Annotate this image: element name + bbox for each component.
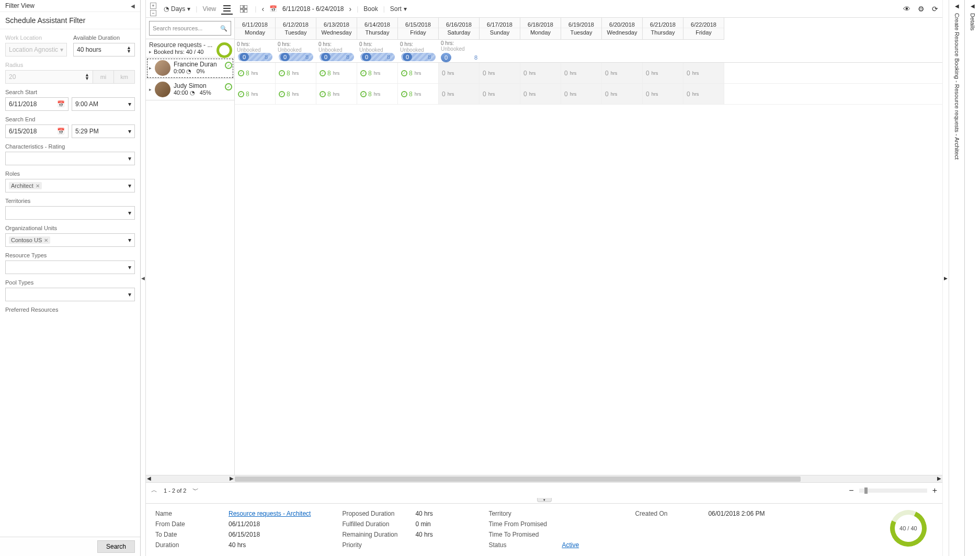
day-header[interactable]: 6/19/2018Tuesday (561, 18, 601, 40)
roles-select[interactable]: Architect✕ ▾ (5, 179, 135, 192)
hours-cell[interactable]: ✓8hrs (398, 63, 439, 83)
resource-types-select[interactable]: ▾ (5, 260, 135, 274)
prev-range-button[interactable]: ‹ (261, 5, 264, 13)
day-header[interactable]: 6/16/2018Saturday (439, 18, 479, 40)
hours-cell[interactable]: 0hrs (602, 63, 643, 83)
day-header[interactable]: 6/14/2018Thursday (357, 18, 397, 40)
hours-cell[interactable]: 0hrs (480, 84, 520, 104)
collapse-all-button[interactable]: − (150, 10, 156, 16)
next-range-button[interactable]: › (349, 5, 352, 13)
search-resources-input[interactable]: Search resources... 🔍 (149, 21, 231, 36)
expand-right-handle[interactable]: ▶ (942, 0, 949, 556)
unbooked-cell[interactable]: 0 hrs: Unbooked08 (357, 41, 398, 61)
page-down-icon[interactable]: ﹀ (192, 486, 199, 495)
calendar-icon[interactable]: 📅 (57, 128, 65, 135)
hours-cell[interactable]: ✓8hrs (357, 84, 398, 104)
resource-request-summary[interactable]: Resource requests - ... ▸ Booked hrs: 40… (146, 39, 234, 58)
day-header[interactable]: 6/18/2018Monday (520, 18, 561, 40)
available-duration-select[interactable]: 40 hours ▲▼ (73, 43, 135, 56)
hours-cell[interactable]: 0hrs (561, 84, 602, 104)
timescale-days-dropdown[interactable]: ◔ Days ▾ (164, 5, 190, 13)
grid-hscroll[interactable]: ◀▶ (235, 475, 942, 482)
resource-row[interactable]: ▸ Francine Duran 0:00 ◔ 0% ✓ (146, 58, 234, 79)
hours-cell[interactable]: ✓8hrs (235, 63, 276, 83)
create-booking-panel-collapsed[interactable]: ◀ Create Resource Booking - Resource req… (949, 0, 964, 556)
chevron-down-icon[interactable]: ▾ (128, 128, 131, 135)
search-end-time[interactable]: 5:29 PM ▾ (72, 124, 135, 138)
hours-cell[interactable]: ✓8hrs (276, 63, 316, 83)
chevron-down-icon[interactable]: ▾ (128, 100, 131, 108)
hours-cell[interactable]: ✓8hrs (235, 84, 276, 104)
hours-cell[interactable]: 0hrs (683, 84, 724, 104)
date-range-label[interactable]: 6/11/2018 - 6/24/2018 (282, 5, 344, 13)
schedule-grid[interactable]: 6/11/2018Monday6/12/2018Tuesday6/13/2018… (235, 18, 942, 475)
hours-cell[interactable]: 0hrs (643, 84, 683, 104)
hours-cell[interactable]: ✓8hrs (276, 84, 316, 104)
day-header[interactable]: 6/21/2018Thursday (643, 18, 683, 40)
status-link[interactable]: Active (562, 541, 579, 549)
refresh-icon[interactable]: ⟳ (932, 5, 938, 13)
day-header[interactable]: 6/15/2018Friday (398, 18, 438, 40)
sort-dropdown[interactable]: Sort ▾ (390, 5, 407, 13)
hours-cell[interactable]: 0hrs (480, 63, 520, 83)
expand-left-handle[interactable]: ◀ (141, 0, 146, 556)
calendar-icon[interactable]: 📅 (57, 100, 65, 108)
hours-cell[interactable]: ✓8hrs (316, 84, 357, 104)
hours-cell[interactable]: 0hrs (602, 84, 643, 104)
expand-caret-icon[interactable]: ▸ (149, 49, 152, 54)
details-splitter-handle[interactable]: ▾ (537, 498, 552, 502)
zoom-slider[interactable] (859, 489, 927, 493)
gear-icon[interactable]: ⚙ (918, 5, 925, 13)
hours-cell[interactable]: ✓8hrs (357, 63, 398, 83)
hours-cell[interactable]: 0hrs (683, 63, 724, 83)
unbooked-cell[interactable]: 0 hrs: Unbooked08 (235, 41, 276, 61)
expand-caret-icon[interactable]: ▸ (149, 87, 152, 92)
hours-cell[interactable]: 0hrs (520, 63, 561, 83)
unbooked-cell[interactable]: 0 hrs: Unbooked08 (398, 41, 439, 61)
hours-cell[interactable]: ✓8hrs (316, 63, 357, 83)
unbooked-cell[interactable]: 0 hrs: Unbooked08 (316, 41, 357, 61)
view-list-button[interactable] (221, 3, 233, 15)
hours-cell[interactable]: 0hrs (439, 63, 480, 83)
zoom-out-button[interactable]: − (849, 486, 853, 495)
calendar-icon[interactable]: 📅 (269, 5, 277, 13)
day-header[interactable]: 6/17/2018Sunday (480, 18, 520, 40)
pool-types-select[interactable]: ▾ (5, 288, 135, 301)
expand-caret-icon[interactable]: ▸ (149, 65, 152, 71)
search-icon[interactable]: 🔍 (220, 25, 227, 32)
unbooked-cell[interactable]: 0 hrs: Unbooked08 (439, 40, 480, 62)
day-header[interactable]: 6/20/2018Wednesday (602, 18, 642, 40)
hours-cell[interactable]: 0hrs (520, 84, 561, 104)
hours-cell[interactable]: 0hrs (561, 63, 602, 83)
collapse-right-icon[interactable]: ◀ (955, 3, 959, 9)
view-grid-button[interactable] (238, 3, 249, 15)
day-header[interactable]: 6/11/2018Monday (235, 18, 275, 40)
hours-cell[interactable]: 0hrs (643, 63, 683, 83)
requirement-name-link[interactable]: Resource requests - Architect (229, 510, 311, 517)
collapse-right-icon[interactable]: ◀ (971, 3, 975, 9)
expand-all-button[interactable]: + (150, 3, 156, 9)
eye-icon[interactable]: 👁 (903, 5, 910, 13)
day-header[interactable]: 6/12/2018Tuesday (276, 18, 316, 40)
duration-stepper[interactable]: ▲▼ (127, 46, 131, 53)
hours-cell[interactable]: ✓8hrs (398, 84, 439, 104)
org-units-select[interactable]: Contoso US✕ ▾ (5, 233, 135, 247)
remove-chip-icon[interactable]: ✕ (44, 237, 48, 243)
resource-row[interactable]: ▸ Judy Simon 40:00 ◔ 45% ✓ (146, 79, 234, 100)
book-button[interactable]: Book (363, 5, 378, 13)
resource-list-hscroll[interactable]: ◀▶ (146, 475, 235, 482)
search-start-date[interactable]: 6/11/2018 📅 (5, 97, 69, 111)
day-header[interactable]: 6/22/2018Friday (683, 18, 724, 40)
unbooked-cell[interactable]: 0 hrs: Unbooked08 (276, 41, 316, 61)
zoom-in-button[interactable]: + (932, 486, 937, 495)
details-panel-collapsed[interactable]: ◀ Details (964, 0, 980, 556)
remove-chip-icon[interactable]: ✕ (36, 183, 40, 189)
day-header[interactable]: 6/13/2018Wednesday (316, 18, 357, 40)
hours-cell[interactable]: 0hrs (439, 84, 480, 104)
search-button[interactable]: Search (97, 540, 135, 553)
territories-select[interactable]: ▾ (5, 206, 135, 220)
search-start-time[interactable]: 9:00 AM ▾ (72, 97, 135, 111)
characteristics-select[interactable]: ▾ (5, 152, 135, 165)
page-up-icon[interactable]: ︿ (151, 486, 157, 495)
search-end-date[interactable]: 6/15/2018 📅 (5, 124, 69, 138)
